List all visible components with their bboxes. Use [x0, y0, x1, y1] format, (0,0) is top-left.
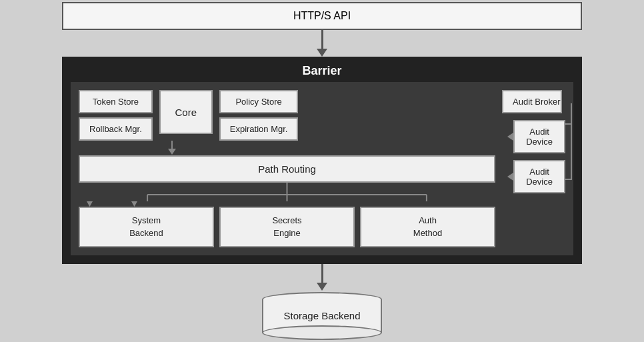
audit-device-1-box: AuditDevice [513, 120, 565, 153]
auth-method-label: AuthMethod [413, 215, 442, 237]
barrier-title: Barrier [64, 59, 580, 82]
auth-method-box: AuthMethod [360, 207, 495, 247]
audit-spacer-2 [502, 153, 565, 160]
backends-row: SystemBackend SecretsEngine AuthMethod [79, 207, 495, 247]
audit-arrow-1 [502, 132, 513, 141]
audit-h-line-2 [565, 179, 572, 180]
path-routing-box: Path Routing [79, 155, 495, 183]
main-row: Token Store Rollback Mgr. Core Policy St… [79, 90, 565, 247]
cylinder-bottom [262, 325, 382, 340]
audit-spacer [502, 113, 565, 120]
audit-arrow-2 [502, 172, 513, 181]
core-arrow-row [79, 141, 495, 155]
branch-arrows [79, 183, 495, 207]
audit-device-1-wrapper: AuditDevice [502, 120, 565, 153]
rollback-mgr-box: Rollback Mgr. [79, 117, 153, 141]
left-group: Token Store Rollback Mgr. [79, 90, 153, 141]
core-box: Core [159, 90, 213, 134]
diagram: HTTP/S API Barrier Token Store Rollback … [35, 2, 609, 339]
svg-marker-7 [131, 201, 137, 207]
storage-backend-cylinder: Storage Backend [262, 292, 382, 340]
right-group: Policy Store Expiration Mgr. [219, 90, 299, 141]
audit-device-2-label: AuditDevice [526, 167, 553, 187]
barrier-to-storage-arrow [317, 264, 327, 292]
storage-backend-label: Storage Backend [283, 310, 360, 321]
audit-h-line-1 [565, 123, 572, 125]
core-group: Core [159, 90, 213, 134]
http-api-label: HTTP/S API [293, 10, 351, 21]
main-column: Token Store Rollback Mgr. Core Policy St… [79, 90, 495, 247]
http-api-box: HTTP/S API [62, 2, 582, 30]
audit-wrapper: Audit Broker AuditDevice [502, 90, 565, 193]
audit-device-1-label: AuditDevice [526, 127, 553, 147]
core-arrow-wrapper [145, 141, 199, 155]
http-to-barrier-arrow [317, 30, 327, 57]
barrier-box: Barrier Token Store Rollback Mgr. Co [62, 57, 582, 263]
policy-store-box: Policy Store [219, 90, 299, 113]
barrier-inner: Token Store Rollback Mgr. Core Policy St… [71, 82, 573, 255]
system-backend-label: SystemBackend [129, 215, 163, 237]
audit-device-2-box: AuditDevice [513, 160, 565, 193]
top-boxes-row: Token Store Rollback Mgr. Core Policy St… [79, 90, 495, 141]
token-store-box: Token Store [79, 90, 153, 113]
expiration-mgr-box: Expiration Mgr. [219, 117, 299, 141]
secrets-engine-box: SecretsEngine [219, 207, 355, 247]
branch-svg [79, 183, 495, 207]
audit-broker-box: Audit Broker [502, 90, 562, 113]
audit-vertical-connector [571, 103, 572, 180]
audit-device-2-wrapper: AuditDevice [502, 160, 565, 193]
svg-marker-3 [87, 201, 93, 207]
secrets-engine-label: SecretsEngine [272, 215, 301, 237]
core-to-path-arrow [168, 141, 176, 155]
system-backend-box: SystemBackend [79, 207, 214, 247]
audit-column: Audit Broker AuditDevice [502, 90, 565, 193]
